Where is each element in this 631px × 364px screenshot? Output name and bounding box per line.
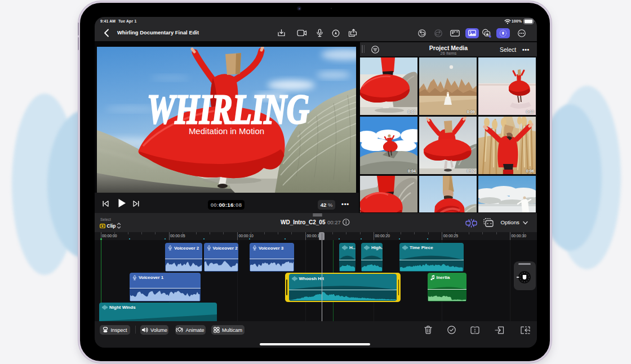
svg-text:Meditation in Motion: Meditation in Motion xyxy=(189,126,264,136)
svg-text:WHIRLING: WHIRLING xyxy=(147,86,309,132)
